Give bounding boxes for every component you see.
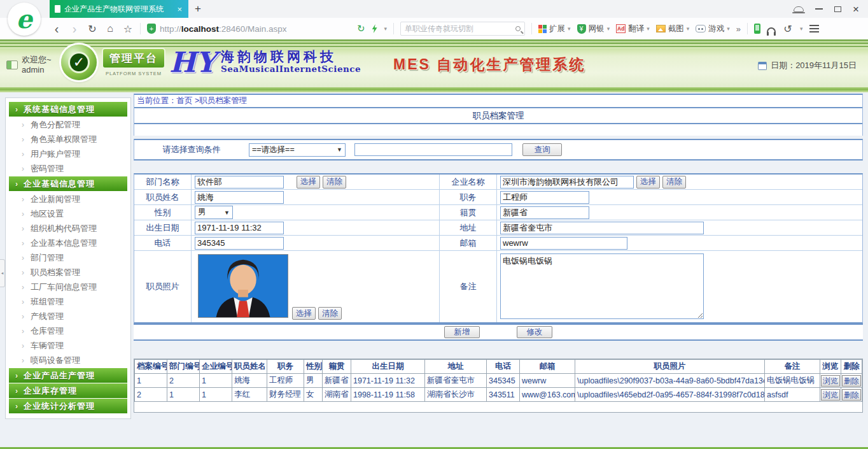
table-cell: 李红	[232, 388, 267, 402]
refresh-icon[interactable]: ↻	[87, 23, 98, 35]
sidebar-item[interactable]: ›职员档案管理	[8, 265, 129, 280]
sidebar-section-header[interactable]: ›企业基础信息管理	[9, 176, 127, 191]
games-button[interactable]: 游戏 ▾	[696, 24, 730, 34]
table-cell: 343511	[487, 388, 520, 402]
dept-select-button[interactable]: 选择	[297, 176, 320, 189]
company-select-button[interactable]: 选择	[636, 176, 660, 189]
phone-input[interactable]	[195, 237, 284, 250]
browser-tab[interactable]: 企业产品生产物联网管理系统 ×	[50, 0, 188, 18]
sidebar-item[interactable]: ›产线管理	[8, 309, 129, 324]
gender-select[interactable]: 男 ▼	[195, 206, 233, 219]
table-cell: 浏览	[820, 388, 841, 402]
employee-name-input[interactable]	[195, 191, 284, 204]
sidebar-item[interactable]: ›企业新闻管理	[8, 192, 129, 206]
company-clear-button[interactable]: 清除	[662, 176, 686, 189]
sidebar-item[interactable]: ›部门管理	[8, 250, 129, 265]
security-shield-icon[interactable]: +	[147, 24, 156, 34]
delete-button[interactable]: 删除	[842, 389, 861, 401]
search-icon[interactable]	[515, 26, 521, 31]
dept-name-input[interactable]	[195, 176, 284, 189]
close-icon[interactable]: ×	[853, 4, 859, 15]
browse-button[interactable]: 浏览	[821, 375, 840, 387]
extensions-button[interactable]: 扩展 ▾	[538, 24, 571, 34]
company-name-input[interactable]	[500, 176, 634, 189]
email-input[interactable]	[500, 237, 627, 250]
sidebar-item-label: 用户账户管理	[31, 148, 80, 160]
sidebar-item[interactable]: ›仓库管理	[8, 324, 129, 338]
address-input[interactable]	[500, 222, 704, 234]
browse-button[interactable]: 浏览	[821, 389, 840, 401]
tab-title: 企业产品生产物联网管理系统	[64, 4, 172, 15]
job-input[interactable]	[500, 191, 589, 204]
url-text[interactable]: http://localhost:28460/Main.aspx	[160, 24, 287, 34]
add-button[interactable]: 新增	[444, 326, 480, 338]
sidebar-item[interactable]: ›企业基本信息管理	[8, 236, 129, 250]
skin-theme-icon[interactable]	[794, 6, 804, 12]
search-box[interactable]	[400, 22, 525, 36]
more-tools-icon[interactable]: »	[736, 24, 741, 34]
sidebar-item[interactable]: ›喷码设备管理	[8, 353, 129, 367]
sidebar-item[interactable]: ›地区设置	[8, 206, 129, 221]
undo-dropdown-icon[interactable]: ▾	[800, 25, 803, 32]
sidebar-item[interactable]: ›车辆管理	[8, 338, 129, 353]
sidebar-item[interactable]: ›班组管理	[8, 294, 129, 309]
dept-clear-button[interactable]: 清除	[323, 176, 346, 189]
sidebar-item-label: 车辆管理	[31, 340, 64, 352]
query-input[interactable]	[354, 143, 512, 156]
headset-icon[interactable]	[767, 27, 776, 33]
sidebar-item[interactable]: ›密码管理	[8, 161, 129, 176]
sidebar-item[interactable]: ›组织机构代码管理	[8, 221, 129, 236]
search-input[interactable]	[405, 24, 515, 33]
note-textarea[interactable]: 电饭锅电饭锅	[500, 253, 704, 319]
platform-badge-sub: PLATFORM SYSTEM	[102, 71, 165, 76]
sidebar-section-header[interactable]: ›企业统计分析管理	[9, 399, 127, 413]
netbank-button[interactable]: ¥ 网银 ▾	[577, 24, 610, 34]
menu-icon[interactable]	[809, 25, 819, 26]
delete-button[interactable]: 删除	[842, 375, 861, 387]
birth-date-input[interactable]	[195, 222, 284, 234]
chevron-down-icon: ▾	[568, 25, 571, 32]
spacer-row	[134, 124, 862, 136]
sidebar-item[interactable]: ›角色菜单权限管理	[8, 132, 129, 146]
home-icon[interactable]: ⌂	[104, 23, 116, 34]
address-dropdown-icon[interactable]: ▾	[384, 25, 388, 32]
sidebar-item-label: 职员档案管理	[31, 267, 80, 278]
sidebar-item[interactable]: ›用户账户管理	[8, 146, 129, 161]
column-header: 备注	[765, 360, 820, 374]
tab-close-icon[interactable]: ×	[176, 4, 183, 14]
native-place-input[interactable]	[500, 206, 589, 219]
games-label: 游戏	[708, 24, 724, 34]
undo-closed-tab-icon[interactable]: ↺	[782, 23, 794, 35]
query-condition-select[interactable]: ==请选择== ▼	[249, 143, 346, 157]
birth-date-label: 出生日期	[134, 220, 192, 236]
content-area: ◂ ›系统基础信息管理›角色分配管理›角色菜单权限管理›用户账户管理›密码管理›…	[0, 92, 868, 449]
address-bar[interactable]: + http://localhost:28460/Main.aspx	[147, 24, 351, 34]
chevron-right-icon: ›	[15, 180, 18, 189]
sidebar-item[interactable]: ›工厂车间信息管理	[8, 280, 129, 294]
mobile-connect-icon[interactable]	[754, 24, 760, 34]
query-button[interactable]: 查询	[522, 143, 562, 156]
modify-button[interactable]: 修改	[517, 326, 552, 338]
bookmark-star-icon[interactable]: ☆	[122, 23, 134, 35]
translate-button[interactable]: Ad 翻译 ▾	[616, 24, 650, 34]
browser-logo-icon[interactable]: e	[8, 3, 41, 36]
sidebar-section-header[interactable]: ›系统基础信息管理	[9, 102, 127, 117]
sidebar-section-header[interactable]: ›企业产品生产管理	[9, 368, 127, 383]
screenshot-button[interactable]: 截图 ▾	[656, 24, 690, 34]
table-cell: 1	[200, 388, 232, 402]
sidebar-section-header[interactable]: ›企业库存管理	[9, 383, 127, 398]
chevron-right-icon: ›	[22, 150, 24, 159]
photo-clear-button[interactable]: 清除	[318, 307, 342, 320]
photo-select-button[interactable]: 选择	[292, 307, 316, 320]
minimize-icon[interactable]	[815, 8, 823, 10]
restore-icon[interactable]	[834, 6, 841, 12]
sidebar-collapse-handle[interactable]: ◂	[0, 259, 5, 287]
welcome-text: 欢迎您~	[22, 55, 52, 65]
forward-icon[interactable]: ›	[69, 22, 80, 36]
new-tab-button[interactable]: +	[188, 0, 207, 18]
adblock-icon[interactable]: ↻	[357, 23, 365, 34]
sidebar-item-label: 产线管理	[31, 311, 64, 322]
speed-bolt-icon[interactable]	[372, 24, 378, 33]
sidebar-item[interactable]: ›角色分配管理	[8, 117, 129, 132]
back-icon[interactable]: ‹	[51, 22, 62, 36]
